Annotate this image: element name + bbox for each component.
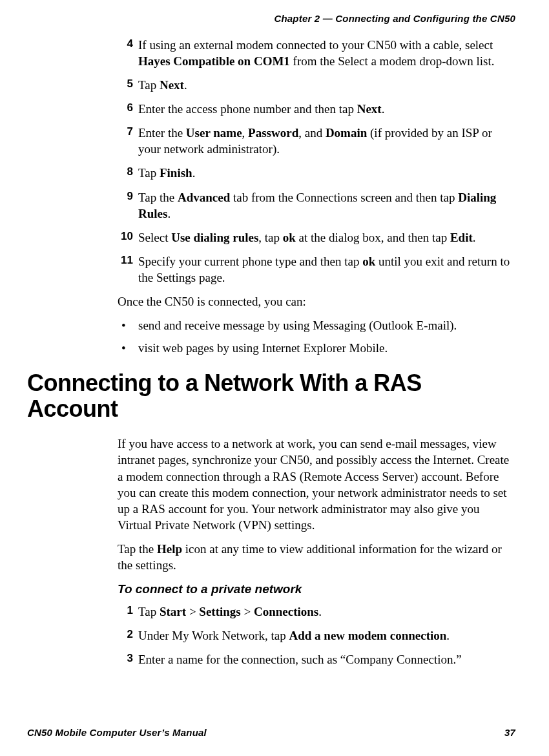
step-text: at the dialog box, and then tap xyxy=(296,231,450,244)
step-text-tail: . xyxy=(318,605,322,618)
bold-term: Password xyxy=(248,126,298,140)
page-footer: CN50 Mobile Computer User’s Manual 37 xyxy=(27,722,515,738)
page-content: 4 If using an external modem connected t… xyxy=(27,37,515,722)
help-paragraph: Tap the Help icon at any time to view ad… xyxy=(118,541,515,573)
bullet-item: visit web pages by using Internet Explor… xyxy=(118,340,515,356)
step-number: 1 xyxy=(118,604,133,618)
step-text: , tap xyxy=(258,231,282,244)
bold-term: Advanced xyxy=(178,191,230,204)
step-number: 8 xyxy=(118,165,133,179)
sub-heading-private-network: To connect to a private network xyxy=(118,581,515,597)
numbered-steps-private: 1 Tap Start > Settings > Connections. 2 … xyxy=(118,604,515,667)
step-number: 10 xyxy=(118,229,133,244)
step-text: Enter the access phone number and then t… xyxy=(138,102,357,116)
bold-term: ok xyxy=(283,231,296,244)
bold-term: Hayes Compatible on COM1 xyxy=(138,54,290,68)
bold-term: Finish xyxy=(160,166,192,180)
step-7: 7 Enter the User name, Password, and Dom… xyxy=(118,125,515,157)
step-text: , xyxy=(242,126,249,140)
step-number: 3 xyxy=(118,651,133,666)
step-text-tail: from the Select a modem drop-down list. xyxy=(290,54,495,68)
step-3: 3 Enter a name for the connection, such … xyxy=(118,651,515,667)
bullet-item: send and receive message by using Messag… xyxy=(118,317,515,333)
manual-page: Chapter 2 — Connecting and Configuring t… xyxy=(0,0,549,756)
footer-page-number: 37 xyxy=(504,727,515,738)
step-text: , and xyxy=(298,126,326,140)
bold-term: Connections xyxy=(254,605,318,618)
bold-term: ok xyxy=(362,255,375,268)
bold-term: User name xyxy=(186,126,242,140)
bold-term: Start xyxy=(160,605,186,618)
step-6: 6 Enter the access phone number and then… xyxy=(118,101,515,117)
step-number: 6 xyxy=(118,101,133,115)
section-heading-ras: Connecting to a Network With a RAS Accou… xyxy=(27,370,515,421)
step-text: Tap xyxy=(138,166,160,180)
step-1: 1 Tap Start > Settings > Connections. xyxy=(118,604,515,620)
step-11: 11 Specify your current phone type and t… xyxy=(118,253,515,286)
running-head: Chapter 2 — Connecting and Configuring t… xyxy=(27,13,515,24)
bold-term: Next xyxy=(357,102,382,116)
step-text-tail: . xyxy=(167,207,171,220)
step-number: 5 xyxy=(118,77,133,91)
bullet-list: send and receive message by using Messag… xyxy=(118,317,515,356)
numbered-steps-continued: 4 If using an external modem connected t… xyxy=(118,37,515,286)
bold-term: Domain xyxy=(326,126,367,140)
step-text: Tap the xyxy=(138,191,178,204)
step-number: 11 xyxy=(118,253,133,268)
step-text: Enter the xyxy=(138,126,186,140)
step-text: If using an external modem connected to … xyxy=(138,38,493,52)
step-text-tail: . xyxy=(184,78,187,92)
step-number: 7 xyxy=(118,125,133,139)
step-text-tail: . xyxy=(473,231,476,244)
bold-term: Edit xyxy=(450,231,473,244)
step-text: Tap xyxy=(138,605,160,618)
paragraph-text: Tap the xyxy=(118,542,157,556)
step-number: 9 xyxy=(118,189,133,204)
step-text-tail: . xyxy=(446,629,450,642)
step-text: > xyxy=(241,605,254,618)
step-2: 2 Under My Work Network, tap Add a new m… xyxy=(118,627,515,644)
step-number: 4 xyxy=(118,37,133,51)
step-text: Tap xyxy=(138,78,160,92)
step-10: 10 Select Use dialing rules, tap ok at t… xyxy=(118,229,515,246)
step-text-tail: . xyxy=(382,102,385,116)
bold-term: Next xyxy=(160,78,184,92)
step-8: 8 Tap Finish. xyxy=(118,165,515,181)
step-text: Under My Work Network, tap xyxy=(138,629,289,642)
bold-term: Use dialing rules xyxy=(171,231,258,244)
step-text: Specify your current phone type and then… xyxy=(138,255,362,268)
paragraph-after-steps: Once the CN50 is connected, you can: xyxy=(118,293,515,310)
bold-term: Add a new modem connection xyxy=(289,629,446,642)
step-9: 9 Tap the Advanced tab from the Connecti… xyxy=(118,189,515,222)
step-5: 5 Tap Next. xyxy=(118,77,515,93)
footer-manual-title: CN50 Mobile Computer User’s Manual xyxy=(27,727,207,738)
ras-intro-paragraph: If you have access to a network at work,… xyxy=(118,436,515,532)
bold-term: Settings xyxy=(199,605,240,618)
step-number: 2 xyxy=(118,627,133,642)
step-text: tab from the Connections screen and then… xyxy=(230,191,458,204)
step-4: 4 If using an external modem connected t… xyxy=(118,37,515,69)
step-text: Select xyxy=(138,231,171,244)
step-text: > xyxy=(186,605,199,618)
bold-term: Help xyxy=(157,542,182,556)
step-text-tail: . xyxy=(192,166,196,180)
step-text: Enter a name for the connection, such as… xyxy=(138,653,462,666)
